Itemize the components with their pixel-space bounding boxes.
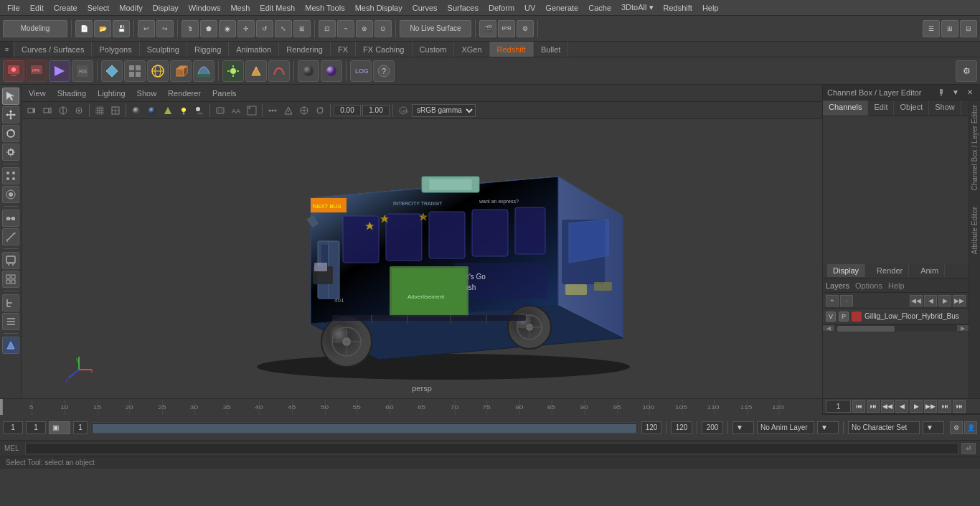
viewport-menu-panels[interactable]: Panels (209, 88, 240, 99)
menu-windows[interactable]: Windows (184, 2, 225, 14)
snap-grid-btn[interactable]: ⊡ (319, 20, 336, 37)
menu-edit-mesh[interactable]: Edit Mesh (255, 2, 299, 14)
soft-select-tool[interactable] (2, 186, 19, 203)
viewport-menu-lighting[interactable]: Lighting (95, 88, 128, 99)
select-tool[interactable] (2, 88, 19, 105)
status-range-end[interactable] (641, 421, 661, 434)
status-range-start[interactable] (73, 421, 88, 434)
pb-play-fwd[interactable]: ▶ (910, 400, 923, 413)
lasso-tool-btn[interactable]: ⬟ (200, 20, 217, 37)
vtab-attribute-editor[interactable]: Attribute Editor (969, 202, 980, 258)
render-settings-btn[interactable]: ⚙ (517, 20, 534, 37)
redo-btn[interactable]: ↪ (156, 20, 174, 37)
menu-mesh-display[interactable]: Mesh Display (351, 2, 407, 14)
new-file-btn[interactable]: 📄 (75, 20, 93, 37)
ipr-render-btn[interactable]: IPR (498, 20, 515, 37)
snap-curve-btn[interactable]: ~ (337, 20, 354, 37)
menu-create[interactable]: Create (50, 2, 82, 14)
vp-extra-3[interactable] (313, 103, 327, 118)
layer-tab-render[interactable]: Render (871, 264, 909, 277)
status-settings-btn[interactable]: ⚙ (950, 421, 963, 434)
vp-cam-value[interactable] (334, 105, 361, 116)
menu-cache[interactable]: Cache (584, 2, 616, 14)
channel-box-expand-btn[interactable]: ▼ (950, 87, 961, 98)
vp-extra-2[interactable] (297, 103, 311, 118)
status-playback-speed[interactable] (671, 421, 692, 434)
timeline-frame-input[interactable] (826, 400, 851, 413)
shelf-tab-sculpting[interactable]: Sculpting (140, 42, 187, 57)
workspace-dropdown[interactable]: Modeling (3, 20, 67, 37)
status-max-frame[interactable] (702, 421, 723, 434)
cmd-input-field[interactable] (25, 443, 958, 454)
menu-3dtoall[interactable]: 3DtoAll ▾ (617, 1, 658, 14)
vp-color-space-dropdown[interactable]: sRGB gamma (412, 104, 476, 117)
layers-subtab-help[interactable]: Help (888, 281, 905, 290)
shelf-tab-bullet[interactable]: Bullet (534, 42, 569, 57)
vp-shading-2[interactable] (145, 103, 159, 118)
cmd-end-btn[interactable]: ⏎ (961, 443, 976, 454)
menu-generate[interactable]: Generate (541, 2, 583, 14)
layer-color-swatch[interactable] (852, 311, 862, 322)
menu-help[interactable]: Help (698, 2, 723, 14)
shelf-icon-sphere[interactable] (147, 60, 169, 82)
vp-resolution-btn[interactable] (213, 103, 227, 118)
shelf-icon-help[interactable]: ? (373, 60, 395, 82)
shelf-tab-xgen[interactable]: XGen (454, 42, 489, 57)
menu-modify[interactable]: Modify (115, 2, 146, 14)
channel-tab-channels[interactable]: Channels (823, 100, 868, 116)
snap-together-tool[interactable] (2, 210, 19, 227)
ui-settings-btn[interactable]: ⊟ (960, 20, 977, 37)
layer-tab-display[interactable]: Display (827, 264, 865, 277)
right-panel-scrollbar[interactable]: ◀ ▶ (823, 324, 969, 332)
layout-btn[interactable]: ⊞ (941, 20, 958, 37)
vp-aa-btn[interactable]: AA (229, 103, 243, 118)
shelf-icon-rs-light-1[interactable] (222, 60, 244, 82)
vp-scale-value[interactable] (362, 105, 390, 116)
render-view-btn[interactable]: 🎬 (479, 20, 496, 37)
shelf-icon-ipr[interactable]: IPR (26, 60, 47, 82)
channel-tab-object[interactable]: Object (894, 100, 929, 116)
vp-hud-btn[interactable] (245, 103, 259, 118)
menu-surfaces[interactable]: Surfaces (443, 2, 483, 14)
pb-step-prev[interactable]: ◀ (895, 400, 908, 413)
status-char-btn[interactable]: 👤 (964, 421, 977, 434)
shelf-icon-env[interactable] (193, 60, 215, 82)
add-attr-btn[interactable] (2, 294, 19, 311)
status-frame-start[interactable] (3, 421, 23, 434)
shelf-icon-rs-render[interactable] (49, 60, 70, 82)
vtab-channel-box[interactable]: Channel Box / Layer Editor (969, 100, 980, 195)
vp-shading-1[interactable] (129, 103, 143, 118)
vp-shading-3[interactable] (161, 103, 175, 118)
shelf-icon-rs2[interactable]: RS (72, 60, 93, 82)
rotate-tool-btn[interactable]: ↺ (256, 20, 273, 37)
shelf-icon-rs-settings[interactable]: LOG (350, 60, 372, 82)
shelf-icon-rv[interactable] (3, 60, 24, 82)
display-settings-btn[interactable]: ☰ (923, 20, 940, 37)
menu-redshift[interactable]: Redshift (659, 2, 697, 14)
vp-shadow-btn[interactable] (192, 103, 207, 118)
menu-uv[interactable]: UV (520, 2, 540, 14)
menu-file[interactable]: File (3, 2, 24, 14)
vp-cam-icon-2[interactable] (40, 103, 55, 118)
shelf-icon-grid[interactable] (124, 60, 146, 82)
move-tool[interactable] (2, 106, 19, 123)
vp-cam-icon-1[interactable] (24, 103, 39, 118)
status-anim-layer[interactable]: No Anim Layer (757, 421, 814, 434)
layers-subtab-layers[interactable]: Layers (826, 281, 849, 290)
move-tool-btn[interactable]: ✛ (237, 20, 255, 37)
channel-tab-edit[interactable]: Edit (868, 100, 894, 116)
pb-play-back[interactable]: ◀◀ (881, 400, 894, 413)
vp-lights-btn[interactable] (176, 103, 191, 118)
pb-step-next[interactable]: ▶▶ (924, 400, 937, 413)
shelf-icon-rs-mat-1[interactable] (298, 60, 319, 82)
shelf-icon-rs-light-2[interactable] (245, 60, 267, 82)
layer-arrow-3[interactable]: ▶ (938, 295, 951, 306)
shelf-tab-animation[interactable]: Animation (229, 42, 279, 57)
menu-display[interactable]: Display (149, 2, 183, 14)
layer-vis-toggle[interactable]: V (826, 311, 836, 322)
timeline-range-bar[interactable] (90, 422, 639, 434)
timeline-ruler[interactable]: 5 10 15 20 25 30 35 40 45 50 55 60 65 (0, 399, 822, 415)
layer-arrow-1[interactable]: ◀◀ (910, 295, 923, 306)
menu-mesh-tools[interactable]: Mesh Tools (301, 2, 349, 14)
no-live-surface-btn[interactable]: No Live Surface (400, 20, 471, 37)
